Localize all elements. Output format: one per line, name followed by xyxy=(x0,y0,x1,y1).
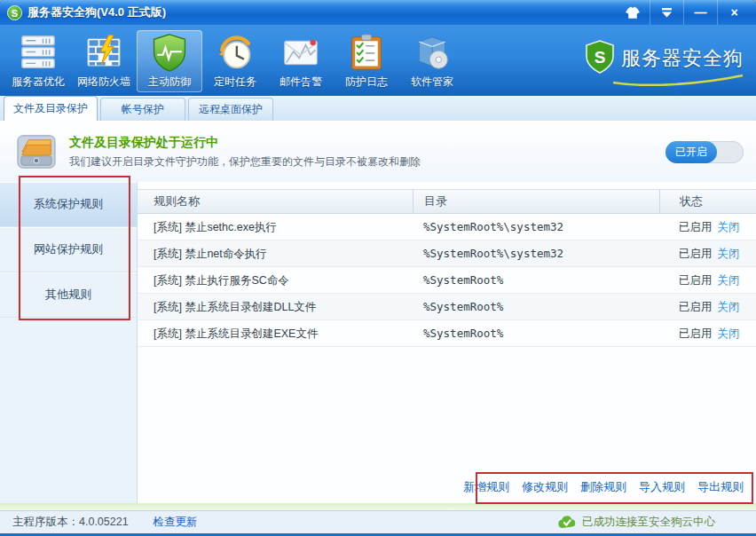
rule-status-cell: 已启用关闭 xyxy=(659,267,756,294)
rule-directory: %SystemRoot%\system32 xyxy=(413,240,659,267)
rule-name: [系统] 禁止执行服务SC命令 xyxy=(138,267,413,294)
bottom-green-strip xyxy=(0,503,756,510)
export-rule-link[interactable]: 导出规则 xyxy=(697,479,744,495)
table-row: [系统] 禁止sethc.exe执行 %SystemRoot%\system32… xyxy=(138,214,756,240)
modify-rule-link[interactable]: 修改规则 xyxy=(522,479,568,495)
log-clipboard-icon xyxy=(346,33,387,72)
version-label: 主程序版本：4.0.05221 xyxy=(12,515,129,530)
close-button[interactable]: × xyxy=(717,0,751,25)
rule-name: [系统] 禁止net命令执行 xyxy=(138,240,413,267)
table-row: [系统] 禁止net命令执行 %SystemRoot%\system32 已启用… xyxy=(138,240,756,267)
status-enabled-label: 已启用 xyxy=(679,221,713,233)
disable-rule-link[interactable]: 关闭 xyxy=(718,274,740,287)
toolbar-label: 邮件告警 xyxy=(280,75,322,90)
toolbar-item-mail-alert[interactable]: 邮件告警 xyxy=(268,30,334,92)
status-text-block: 文件及目录保护处于运行中 我们建议开启目录文件守护功能，保护您重要的文件与目录不… xyxy=(69,135,421,169)
import-rule-link[interactable]: 导入规则 xyxy=(639,479,685,495)
toggle-on-label: 已开启 xyxy=(665,141,717,163)
rule-category-sidebar: 系统保护规则 网站保护规则 其他规则 xyxy=(0,182,138,503)
content-body: 系统保护规则 网站保护规则 其他规则 规则名称 目录 状态 [系统] 禁止set… xyxy=(0,182,756,503)
status-header: 文件及目录保护处于运行中 我们建议开启目录文件守护功能，保护您重要的文件与目录不… xyxy=(0,122,756,182)
table-row: [系统] 禁止系统目录创建EXE文件 %SystemRoot% 已启用关闭 xyxy=(138,320,756,347)
menu-dropdown-icon[interactable] xyxy=(650,0,683,25)
server-optimize-icon xyxy=(18,33,59,72)
rule-status-cell: 已启用关闭 xyxy=(659,214,756,240)
svg-text:S: S xyxy=(595,48,606,67)
app-window: S 服务器安全狗(V4.0 正式版) — × xyxy=(0,0,756,536)
app-logo-icon: S xyxy=(7,5,22,20)
protection-status-title: 文件及目录保护处于运行中 xyxy=(69,135,421,151)
rules-table-area: 规则名称 目录 状态 [系统] 禁止sethc.exe执行 %SystemRoo… xyxy=(138,182,756,503)
brand-logo: S 服务器安全狗 xyxy=(585,40,744,86)
check-update-link[interactable]: 检查更新 xyxy=(154,515,198,530)
delete-rule-link[interactable]: 删除规则 xyxy=(580,479,626,495)
add-rule-link[interactable]: 新增规则 xyxy=(463,479,509,495)
title-bar: S 服务器安全狗(V4.0 正式版) — × xyxy=(0,0,756,25)
toolbar-item-protection-log[interactable]: 防护日志 xyxy=(334,30,399,92)
rule-directory: %SystemRoot% xyxy=(413,267,659,294)
rule-directory: %SystemRoot% xyxy=(413,294,659,320)
toolbar-item-firewall[interactable]: 网络防火墙 xyxy=(71,30,137,92)
protection-toggle[interactable]: 已开启 xyxy=(665,141,744,163)
toolbar-item-scheduled-tasks[interactable]: 定时任务 xyxy=(202,30,268,92)
toolbar-label: 定时任务 xyxy=(214,75,256,90)
disable-rule-link[interactable]: 关闭 xyxy=(718,221,740,233)
rule-name: [系统] 禁止系统目录创建DLL文件 xyxy=(138,294,413,320)
brand-swoosh-decoration xyxy=(611,74,744,86)
status-enabled-label: 已启用 xyxy=(679,327,713,340)
protection-status-subtitle: 我们建议开启目录文件守护功能，保护您重要的文件与目录不被篡改和删除 xyxy=(69,154,421,169)
window-title: 服务器安全狗(V4.0 正式版) xyxy=(28,4,166,20)
toolbar-label: 防护日志 xyxy=(345,75,388,90)
status-enabled-label: 已启用 xyxy=(679,274,713,287)
tab-remote-desktop-protection[interactable]: 远程桌面保护 xyxy=(188,98,273,121)
shield-defense-icon xyxy=(149,33,190,72)
tab-file-directory-protection[interactable]: 文件及目录保护 xyxy=(4,96,98,121)
disable-rule-link[interactable]: 关闭 xyxy=(718,248,740,260)
firewall-icon xyxy=(83,33,124,72)
skin-icon[interactable] xyxy=(616,0,650,25)
rule-status-cell: 已启用关闭 xyxy=(659,320,756,347)
sidebar-item-website-rules[interactable]: 网站保护规则 xyxy=(0,227,137,272)
rule-directory: %SystemRoot% xyxy=(413,320,659,347)
table-row: [系统] 禁止执行服务SC命令 %SystemRoot% 已启用关闭 xyxy=(138,267,756,294)
table-row: [系统] 禁止系统目录创建DLL文件 %SystemRoot% 已启用关闭 xyxy=(138,294,756,320)
cloud-status-text: 已成功连接至安全狗云中心 xyxy=(582,515,715,530)
tab-account-protection[interactable]: 帐号保护 xyxy=(100,98,185,121)
minimize-button[interactable]: — xyxy=(683,0,717,25)
table-header: 规则名称 目录 状态 xyxy=(138,189,756,214)
rule-directory: %SystemRoot%\system32 xyxy=(413,214,659,240)
toolbar-item-server-optimize[interactable]: 服务器优化 xyxy=(5,30,71,92)
toolbar-label: 网络防火墙 xyxy=(77,75,130,90)
software-box-icon xyxy=(412,33,453,72)
cloud-check-icon xyxy=(557,516,577,529)
rule-status-cell: 已启用关闭 xyxy=(659,294,756,320)
sidebar-item-system-rules[interactable]: 系统保护规则 xyxy=(0,182,137,227)
toolbar-item-active-defense[interactable]: 主动防御 xyxy=(137,30,202,92)
mail-alert-icon xyxy=(280,33,321,72)
brand-name: 服务器安全狗 xyxy=(621,45,744,72)
status-bar: 主程序版本：4.0.05221 检查更新 已成功连接至安全狗云中心 xyxy=(0,510,756,533)
rule-actions: 新增规则 修改规则 删除规则 导入规则 导出规则 xyxy=(463,479,744,495)
toolbar-item-software-manager[interactable]: 软件管家 xyxy=(399,30,465,92)
folder-drawer-icon xyxy=(16,133,57,170)
toolbar-label: 软件管家 xyxy=(411,75,453,90)
clock-icon xyxy=(215,33,256,72)
disable-rule-link[interactable]: 关闭 xyxy=(718,327,740,340)
rule-name: [系统] 禁止系统目录创建EXE文件 xyxy=(138,320,413,347)
toolbar-label: 服务器优化 xyxy=(12,75,65,90)
column-header-rule-name: 规则名称 xyxy=(138,190,413,213)
status-enabled-label: 已启用 xyxy=(679,301,713,313)
disable-rule-link[interactable]: 关闭 xyxy=(718,301,740,313)
content-panel: 文件及目录保护处于运行中 我们建议开启目录文件守护功能，保护您重要的文件与目录不… xyxy=(0,122,756,510)
main-toolbar: 服务器优化 网络防火墙 xyxy=(0,25,756,96)
brand-shield-icon: S xyxy=(585,40,615,77)
column-header-status: 状态 xyxy=(659,190,756,213)
cloud-status: 已成功连接至安全狗云中心 xyxy=(557,515,715,530)
window-controls: — × xyxy=(616,0,751,25)
rule-status-cell: 已启用关闭 xyxy=(659,240,756,267)
sidebar-item-other-rules[interactable]: 其他规则 xyxy=(0,272,137,318)
tab-bar: 文件及目录保护 帐号保护 远程桌面保护 xyxy=(0,96,756,122)
rule-name: [系统] 禁止sethc.exe执行 xyxy=(138,214,413,240)
column-header-directory: 目录 xyxy=(413,190,659,213)
toolbar-label: 主动防御 xyxy=(148,75,191,90)
